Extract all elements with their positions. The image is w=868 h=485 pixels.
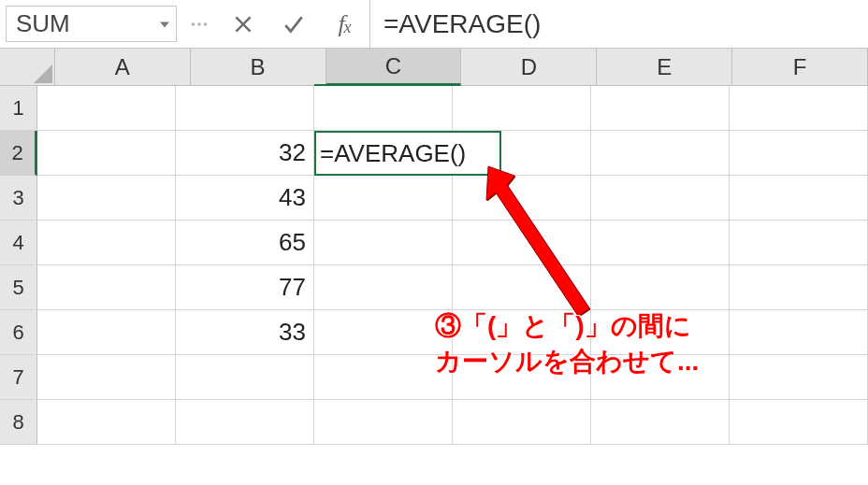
select-all-triangle[interactable] — [0, 49, 55, 85]
column-header-F[interactable]: F — [732, 49, 868, 85]
cell-C4[interactable] — [314, 221, 453, 265]
active-cell-editor[interactable]: =AVERAGE() — [314, 131, 501, 176]
cell-C8[interactable] — [314, 400, 453, 445]
annotation-line2: カーソルを合わせて... — [435, 347, 699, 376]
expand-icon[interactable] — [181, 0, 218, 48]
cell-B2[interactable]: 32 — [176, 131, 314, 176]
cell-B3[interactable]: 43 — [176, 176, 314, 221]
row-headers: 1 2 3 4 5 6 7 8 — [0, 86, 37, 445]
name-box[interactable]: SUM — [6, 6, 177, 42]
cell-A1[interactable] — [37, 86, 176, 131]
cell-C3[interactable] — [314, 176, 453, 221]
row-header-1[interactable]: 1 — [0, 86, 37, 131]
cell-D8[interactable] — [453, 400, 591, 445]
row-header-4[interactable]: 4 — [0, 221, 37, 265]
cell-C6[interactable] — [314, 310, 453, 355]
cell-A4[interactable] — [37, 221, 176, 265]
annotation-line1: ③「(」と「)」の間に — [435, 311, 691, 340]
formula-input[interactable]: =AVERAGE() — [369, 0, 868, 48]
svg-point-2 — [204, 22, 207, 25]
cell-C1[interactable] — [314, 86, 453, 131]
cell-E4[interactable] — [591, 221, 730, 265]
cell-A2[interactable] — [37, 131, 176, 176]
cell-D4[interactable] — [453, 221, 591, 265]
cell-F4[interactable] — [730, 221, 868, 265]
grid-body: 1 2 3 4 5 6 7 8 32 — [0, 86, 868, 445]
annotation-text: ③「(」と「)」の間に カーソルを合わせて... — [435, 308, 699, 379]
active-cell-text: =AVERAGE() — [320, 139, 466, 168]
chevron-down-icon[interactable] — [157, 9, 172, 38]
enter-icon[interactable] — [268, 0, 319, 48]
cell-F5[interactable] — [730, 265, 868, 310]
insert-function-icon[interactable]: fx — [319, 0, 369, 48]
cell-F2[interactable] — [730, 131, 868, 176]
name-box-value: SUM — [16, 9, 70, 38]
cell-E3[interactable] — [591, 176, 730, 221]
cell-E5[interactable] — [591, 265, 730, 310]
formula-bar: SUM fx =AVERAGE() — [0, 0, 868, 49]
row-header-3[interactable]: 3 — [0, 176, 37, 221]
column-headers: A B C D E F — [0, 49, 868, 86]
cell-B1[interactable] — [176, 86, 314, 131]
cell-A7[interactable] — [37, 355, 176, 400]
cell-E2[interactable] — [591, 131, 730, 176]
cell-F6[interactable] — [730, 310, 868, 355]
cell-E8[interactable] — [591, 400, 730, 445]
row-header-8[interactable]: 8 — [0, 400, 37, 445]
formula-input-text: =AVERAGE() — [383, 9, 541, 39]
column-header-A[interactable]: A — [55, 49, 191, 85]
cell-F1[interactable] — [730, 86, 868, 131]
column-header-D[interactable]: D — [461, 49, 597, 85]
cancel-icon[interactable] — [218, 0, 268, 48]
cell-F3[interactable] — [730, 176, 868, 221]
cell-E1[interactable] — [591, 86, 730, 131]
row-header-7[interactable]: 7 — [0, 355, 37, 400]
row-header-2[interactable]: 2 — [0, 131, 37, 176]
cell-F8[interactable] — [730, 400, 868, 445]
cells-area[interactable]: 32 43 65 — [37, 86, 868, 445]
cell-B7[interactable] — [176, 355, 314, 400]
cell-C5[interactable] — [314, 265, 453, 310]
svg-point-1 — [197, 22, 200, 25]
cell-B8[interactable] — [176, 400, 314, 445]
cell-A3[interactable] — [37, 176, 176, 221]
cell-A5[interactable] — [37, 265, 176, 310]
cell-F7[interactable] — [730, 355, 868, 400]
cell-A8[interactable] — [37, 400, 176, 445]
cell-B6[interactable]: 33 — [176, 310, 314, 355]
column-header-E[interactable]: E — [597, 49, 732, 85]
cell-D3[interactable] — [453, 176, 591, 221]
cell-D1[interactable] — [453, 86, 591, 131]
cell-A6[interactable] — [37, 310, 176, 355]
spreadsheet-grid: A B C D E F 1 2 3 4 5 6 7 8 — [0, 49, 868, 445]
cell-B4[interactable]: 65 — [176, 221, 314, 265]
column-header-B[interactable]: B — [191, 49, 326, 85]
cell-B5[interactable]: 77 — [176, 265, 314, 310]
column-header-C[interactable]: C — [326, 49, 462, 86]
cell-D5[interactable] — [453, 265, 591, 310]
row-header-5[interactable]: 5 — [0, 265, 37, 310]
svg-point-0 — [192, 22, 195, 25]
cell-C7[interactable] — [314, 355, 453, 400]
row-header-6[interactable]: 6 — [0, 310, 37, 355]
